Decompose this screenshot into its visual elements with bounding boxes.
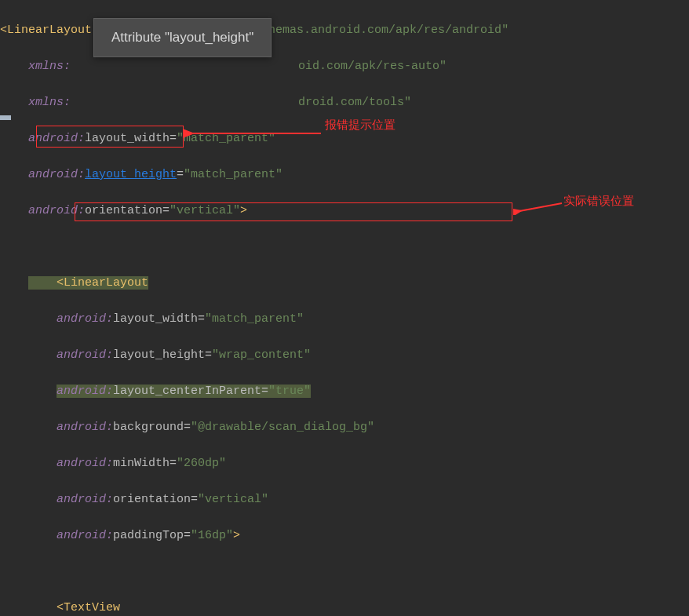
code-line — [0, 563, 689, 581]
code-line: android:minWidth="260dp" — [0, 454, 689, 472]
code-line: xmlns:droid.com/tools" — [0, 93, 689, 111]
code-line: xmlns:oid.com/apk/res-auto" — [0, 57, 689, 75]
code-line: <LinearLayout — [0, 274, 689, 292]
code-line: android:orientation="vertical" — [0, 490, 689, 508]
code-line: android:layout_centerInParent="true" — [0, 382, 689, 400]
attribute-tooltip: Attribute "layout_height" — [93, 18, 272, 57]
code-editor[interactable]: <LinearLayout xmlns:android="http://sche… — [0, 0, 689, 616]
code-line: android:layout_height="match_parent" — [0, 166, 689, 184]
code-line: android:layout_width="match_parent" — [0, 310, 689, 328]
annotation-label-1: 报错提示位置 — [325, 118, 396, 133]
code-line: <TextView — [0, 599, 689, 616]
annotation-label-2: 实际错误位置 — [563, 194, 634, 209]
code-line: android:layout_height="wrap_content" — [0, 346, 689, 364]
code-line: android:paddingTop="16dp"> — [0, 527, 689, 545]
code-line: android:background="@drawable/scan_dialo… — [0, 418, 689, 436]
tooltip-text: Attribute "layout_height" — [111, 30, 253, 45]
gutter-marker — [0, 115, 11, 120]
code-line — [0, 238, 689, 256]
